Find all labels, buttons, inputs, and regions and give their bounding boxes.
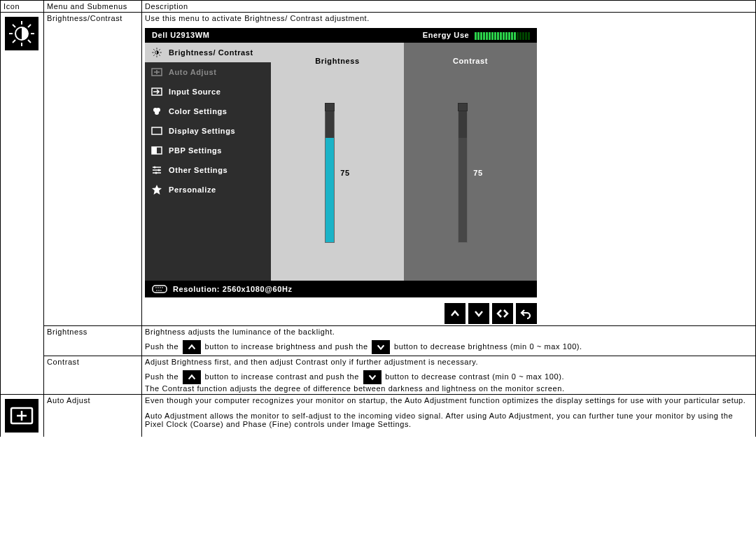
brightness-contrast-icon bbox=[5, 17, 38, 50]
osd-menu-item-display-settings[interactable]: Display Settings bbox=[145, 121, 271, 141]
energy-bar-icon bbox=[475, 32, 530, 40]
osd-menu-item-color-settings[interactable]: Color Settings bbox=[145, 101, 271, 121]
svg-point-35 bbox=[160, 287, 161, 288]
osd-menu-item-brightness-contrast[interactable]: Brightness/ Contrast bbox=[145, 43, 271, 62]
cell-desc-brightness-contrast: Use this menu to activate Brightness/ Co… bbox=[142, 13, 756, 326]
bc-intro-text: Use this menu to activate Brightness/ Co… bbox=[145, 14, 752, 22]
svg-point-39 bbox=[160, 290, 162, 291]
brightness-slider[interactable] bbox=[325, 103, 335, 243]
cell-menu-auto-adjust: Auto Adjust bbox=[44, 394, 142, 437]
svg-line-6 bbox=[28, 40, 31, 43]
auto-adjust-p1: Even though your computer recognizes you… bbox=[145, 396, 752, 405]
svg-rect-25 bbox=[152, 147, 157, 154]
up-arrow-icon bbox=[183, 370, 201, 384]
svg-point-38 bbox=[158, 290, 160, 291]
svg-point-36 bbox=[162, 287, 163, 288]
svg-point-22 bbox=[155, 111, 159, 115]
osd-menu-item-pbp-settings[interactable]: PBP Settings bbox=[145, 141, 271, 160]
star-icon bbox=[150, 184, 163, 195]
svg-line-15 bbox=[159, 55, 160, 56]
input-source-icon bbox=[150, 86, 163, 97]
svg-rect-32 bbox=[153, 286, 167, 293]
osd-contrast-title: Contrast bbox=[453, 57, 488, 65]
osd-menu: Brightness/ Contrast Auto Adjust bbox=[145, 43, 271, 281]
display-settings-icon bbox=[150, 125, 163, 136]
osd-menu-item-personalize[interactable]: Personalize bbox=[145, 180, 271, 199]
other-settings-icon bbox=[150, 164, 163, 176]
contrast-slider[interactable] bbox=[458, 103, 468, 243]
osd-menu-item-auto-adjust[interactable]: Auto Adjust bbox=[145, 62, 271, 82]
nav-down-button[interactable] bbox=[468, 303, 489, 324]
auto-adjust-icon bbox=[150, 66, 163, 78]
svg-point-31 bbox=[155, 171, 158, 174]
pbp-icon bbox=[150, 145, 163, 156]
svg-line-14 bbox=[153, 49, 155, 50]
osd-footer: Resolution: 2560x1080@60Hz bbox=[145, 281, 537, 297]
cell-icon-auto-adjust bbox=[1, 394, 44, 437]
osd-model-label: Dell U2913WM bbox=[152, 31, 209, 39]
brightness-line1: Brightness adjusts the luminance of the … bbox=[145, 328, 752, 336]
osd-menu-label: Brightness/ Contrast bbox=[169, 48, 253, 57]
cell-menu-brightness: Brightness bbox=[44, 325, 142, 356]
osd-menu-label: Other Settings bbox=[169, 166, 227, 174]
contrast-line1: Adjust Brightness first, and then adjust… bbox=[145, 358, 752, 366]
svg-line-16 bbox=[159, 49, 160, 50]
header-desc: Description bbox=[142, 1, 756, 13]
cell-menu-brightness-contrast: Brightness/Contrast bbox=[44, 13, 142, 326]
svg-point-37 bbox=[156, 290, 158, 291]
osd-brightness-title: Brightness bbox=[315, 57, 359, 65]
osd-menu-label: PBP Settings bbox=[169, 146, 222, 155]
contrast-line3: The Contrast function adjusts the degree… bbox=[145, 384, 752, 393]
contrast-value: 75 bbox=[473, 169, 482, 177]
cell-icon-brightness-contrast bbox=[1, 13, 44, 395]
auto-adjust-p2: Auto Adjustment allows the monitor to se… bbox=[145, 412, 752, 428]
header-menu: Menu and Submenus bbox=[44, 1, 142, 13]
brightness-value: 75 bbox=[340, 169, 349, 177]
osd-menu-label: Personalize bbox=[169, 185, 216, 194]
osd-menu-item-input-source[interactable]: Input Source bbox=[145, 82, 271, 101]
header-icon: Icon bbox=[1, 1, 44, 13]
svg-point-29 bbox=[154, 166, 156, 168]
cell-desc-contrast: Adjust Brightness first, and then adjust… bbox=[142, 356, 756, 394]
osd-documentation-table: Icon Menu and Submenus Description bbox=[0, 0, 756, 437]
nav-up-button[interactable] bbox=[444, 303, 465, 324]
osd-menu-item-other-settings[interactable]: Other Settings bbox=[145, 160, 271, 180]
osd-menu-label: Input Source bbox=[169, 87, 220, 96]
svg-line-17 bbox=[153, 55, 155, 56]
svg-point-34 bbox=[158, 287, 159, 288]
osd-menu-label: Color Settings bbox=[169, 107, 227, 115]
svg-line-5 bbox=[13, 24, 15, 27]
osd-menu-label: Auto Adjust bbox=[169, 68, 217, 76]
osd-resolution: Resolution: 2560x1080@60Hz bbox=[173, 285, 293, 293]
up-arrow-icon bbox=[183, 340, 201, 354]
osd-body: Brightness/ Contrast Auto Adjust bbox=[145, 43, 537, 281]
osd-energy: Energy Use bbox=[423, 31, 530, 40]
auto-adjust-icon bbox=[5, 399, 38, 433]
vga-icon bbox=[152, 285, 167, 293]
osd-header: Dell U2913WM Energy Use bbox=[145, 28, 537, 43]
osd-screenshot: Dell U2913WM Energy Use bbox=[145, 28, 537, 297]
svg-line-7 bbox=[28, 24, 31, 27]
cell-desc-auto-adjust: Even though your computer recognizes you… bbox=[142, 394, 756, 437]
cell-menu-contrast: Contrast bbox=[44, 356, 142, 394]
nav-left-right-button[interactable] bbox=[492, 303, 513, 324]
osd-brightness-panel: Brightness 75 bbox=[271, 43, 404, 281]
down-arrow-icon bbox=[363, 370, 382, 384]
color-settings-icon bbox=[150, 106, 163, 117]
brightness-push-line: Push the button to increase brightness a… bbox=[145, 340, 752, 354]
osd-menu-label: Display Settings bbox=[169, 127, 235, 135]
svg-rect-23 bbox=[152, 127, 162, 134]
contrast-push-line: Push the button to increase contrast and… bbox=[145, 370, 752, 384]
cell-desc-brightness: Brightness adjusts the luminance of the … bbox=[142, 325, 756, 356]
svg-point-30 bbox=[158, 169, 160, 171]
sun-icon bbox=[150, 47, 163, 58]
down-arrow-icon bbox=[372, 340, 390, 354]
osd-nav-buttons bbox=[145, 303, 537, 324]
nav-back-button[interactable] bbox=[516, 303, 537, 324]
osd-energy-label: Energy Use bbox=[423, 31, 470, 39]
svg-point-33 bbox=[155, 287, 157, 288]
osd-contrast-panel: Contrast 75 bbox=[404, 43, 537, 281]
svg-line-8 bbox=[13, 40, 15, 43]
